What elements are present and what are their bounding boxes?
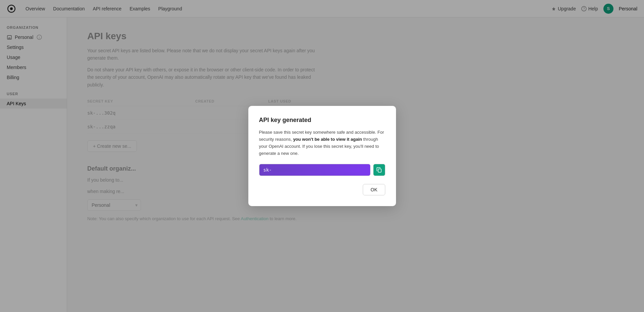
modal-title: API key generated (259, 117, 385, 124)
api-key-display: sk- (259, 164, 370, 176)
copy-button[interactable] (373, 164, 385, 176)
copy-icon (377, 167, 382, 173)
modal-footer: OK (259, 184, 385, 195)
modal-desc-bold: you won't be able to view it again (293, 137, 362, 142)
modal-desc: Please save this secret key somewhere sa… (259, 129, 385, 157)
modal-overlay[interactable]: API key generated Please save this secre… (0, 0, 644, 312)
key-row: sk- (259, 164, 385, 176)
api-key-modal: API key generated Please save this secre… (248, 106, 396, 206)
svg-rect-6 (378, 169, 381, 172)
ok-button[interactable]: OK (363, 184, 385, 195)
